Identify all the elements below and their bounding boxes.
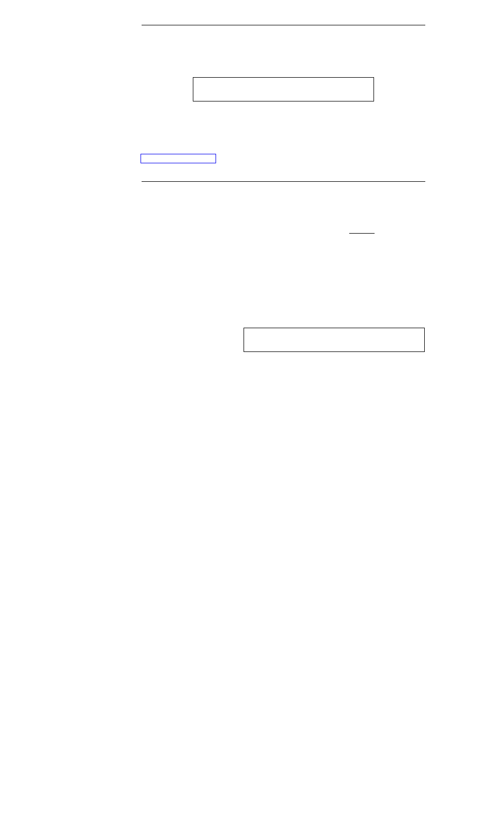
text-box-lower	[244, 328, 425, 352]
horizontal-rule-top	[142, 25, 425, 25]
link-outline-box[interactable]	[141, 154, 216, 163]
horizontal-rule-mid	[142, 181, 425, 182]
text-box-upper	[193, 77, 374, 101]
underline-mark	[349, 233, 375, 234]
